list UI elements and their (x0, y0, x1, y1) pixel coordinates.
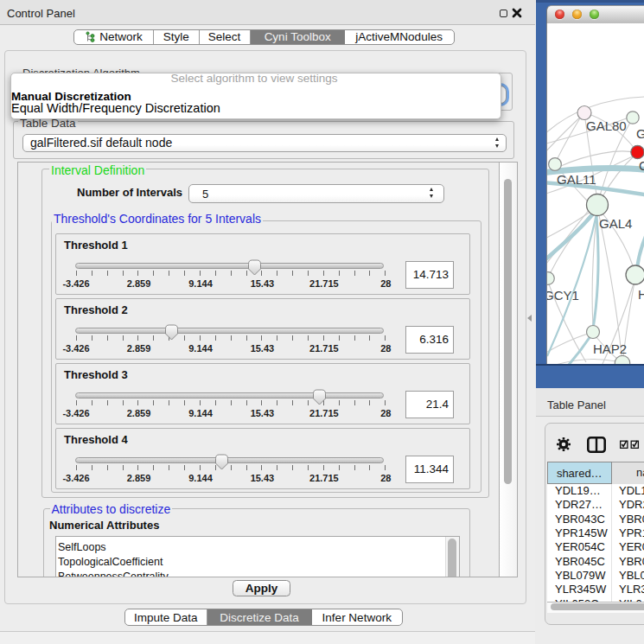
svg-text:GAL80: GAL80 (586, 118, 627, 133)
svg-text:GCY1: GCY1 (547, 288, 579, 303)
svg-text:GAL11: GAL11 (557, 172, 596, 187)
svg-text:HAP2: HAP2 (593, 341, 627, 356)
svg-text:H: H (638, 287, 644, 302)
svg-text:GA: GA (636, 126, 644, 141)
svg-text:GAL4: GAL4 (599, 216, 632, 231)
svg-text:C: C (639, 158, 644, 173)
